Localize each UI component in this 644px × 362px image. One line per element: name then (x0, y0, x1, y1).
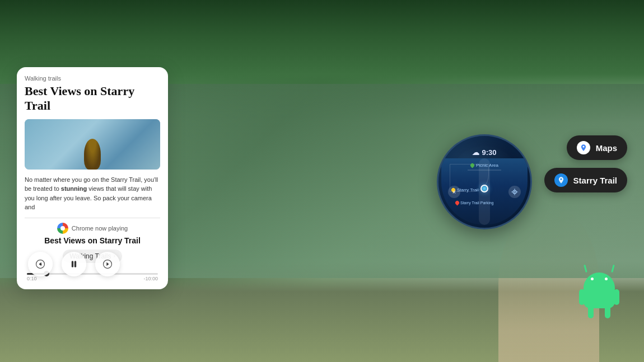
article-image (25, 119, 160, 170)
android-leg-left (588, 307, 594, 318)
audio-controls: 10 (28, 252, 120, 276)
svg-text:10: 10 (39, 263, 42, 266)
android-torso (584, 288, 615, 308)
article-body: No matter where you go on the Starry Tra… (25, 175, 160, 212)
pause-button[interactable] (62, 252, 86, 276)
time-start: 0:10 (27, 276, 37, 281)
watch-close-button[interactable]: × (448, 186, 460, 198)
watch-time-value: 9:30 (482, 148, 496, 157)
svg-point-6 (514, 191, 515, 192)
svg-point-11 (582, 146, 584, 148)
watch-map: Picnic Area Starry Trail Starry Trail Pa… (441, 158, 528, 225)
chrome-logo-icon (57, 223, 68, 234)
chrome-label: Chrome now playing (72, 225, 128, 232)
watch-horizontal-road (468, 170, 501, 171)
svg-point-12 (560, 178, 562, 180)
maps-pill[interactable]: Maps (567, 135, 627, 160)
starry-trail-label: Starry Trail (573, 176, 617, 185)
android-leg-right (605, 307, 610, 318)
maps-label: Maps (596, 143, 617, 153)
watch-picnic-label: Picnic Area (470, 163, 498, 168)
watch-time: ☁ 9:30 (472, 148, 496, 157)
article-title: Best Views on Starry Trail (25, 84, 160, 114)
starry-trail-icon (554, 173, 568, 187)
watch-ui: ☁ 9:30 Picnic Area Starry Trail Starry T… (437, 134, 532, 229)
bold-word: stunning (61, 185, 87, 192)
watch-nav-button[interactable] (508, 186, 521, 198)
forward-button[interactable] (95, 252, 120, 276)
watch-location-dot (480, 185, 488, 192)
time-end: -10:00 (143, 276, 158, 281)
android-body (577, 272, 622, 317)
watch-parking-label: Starry Trail Parking (455, 201, 494, 205)
article-divider (25, 218, 160, 218)
article-category: Walking trails (25, 75, 160, 82)
android-mascot (566, 272, 633, 340)
rewind-button[interactable]: 10 (28, 252, 53, 276)
svg-rect-3 (74, 261, 76, 267)
starry-trail-pill[interactable]: Starry Trail (544, 168, 627, 192)
maps-icon (577, 141, 590, 154)
now-playing-title: Best Views on Starry Trail (25, 236, 160, 245)
svg-rect-2 (72, 261, 73, 267)
android-head (584, 272, 615, 289)
watch-signal-icon: ☁ (472, 148, 479, 157)
